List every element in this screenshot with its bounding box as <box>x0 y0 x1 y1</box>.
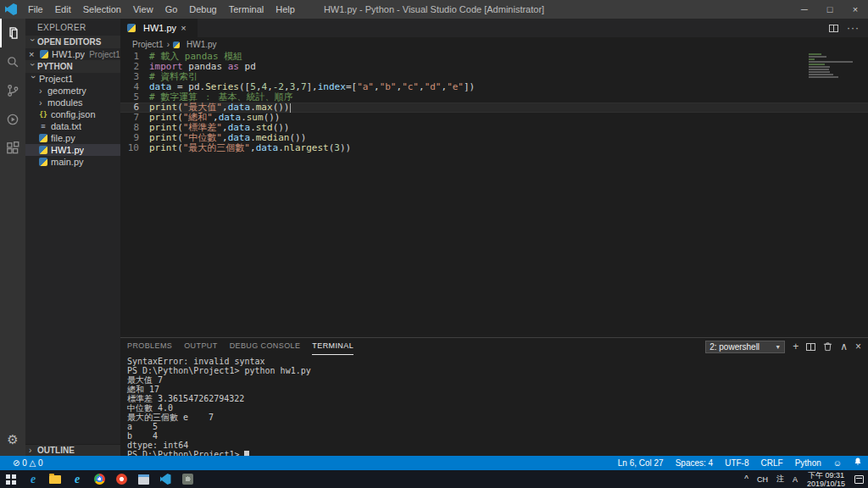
start-button[interactable] <box>0 470 22 488</box>
chevron-down-icon: › <box>28 64 37 72</box>
file-label: file.py <box>51 133 75 143</box>
indentation-setting[interactable]: Spaces: 4 <box>670 456 719 470</box>
source-control-icon[interactable] <box>0 76 25 105</box>
minimap[interactable] <box>809 53 856 79</box>
shell-selector-dropdown[interactable]: 2: powershell ▼ <box>705 341 785 353</box>
close-panel-icon[interactable]: × <box>855 341 861 352</box>
new-terminal-icon[interactable]: + <box>793 341 798 352</box>
search-icon[interactable] <box>0 47 25 76</box>
code-editor[interactable]: 1# 載入 pandas 模組2import pandas as pd3# 資料… <box>120 52 868 337</box>
ie-icon[interactable]: e <box>66 470 88 488</box>
debug-icon[interactable] <box>0 105 25 134</box>
tree-item-hw1-py[interactable]: HW1.py <box>25 144 120 156</box>
kill-terminal-icon[interactable] <box>823 341 832 352</box>
tree-item-file-py[interactable]: file.py <box>25 132 120 144</box>
app-window-glyph <box>138 474 149 485</box>
app-window-icon[interactable] <box>132 470 154 488</box>
workspace-header[interactable]: › PYTHON <box>25 60 120 73</box>
tree-item-main-py[interactable]: main.py <box>25 156 120 168</box>
extensions-icon[interactable] <box>0 134 25 163</box>
tree-item-modules[interactable]: ›modules <box>25 97 120 108</box>
problems-indicator[interactable]: ⊘ 0 △ 0 <box>7 456 49 470</box>
code-line-10[interactable]: 10print("最大的三個數",data.nlargest(3)) <box>120 143 868 153</box>
close-editor-icon[interactable]: × <box>29 49 39 59</box>
red-browser-icon[interactable] <box>110 470 132 488</box>
text-cursor <box>290 103 291 113</box>
menu-file[interactable]: File <box>22 0 49 19</box>
maximize-button[interactable]: □ <box>817 0 843 19</box>
py-file-icon <box>39 158 47 166</box>
file-label: main.py <box>51 157 84 167</box>
minimap-line <box>809 53 821 55</box>
taskbar-clock[interactable]: 下午 09:31 2019/10/15 <box>802 470 850 488</box>
vscode-window: FileEditSelectionViewGoDebugTerminalHelp… <box>0 0 868 488</box>
open-editors-list: ×HW1.pyProject1 <box>25 48 120 60</box>
panel-tab-output[interactable]: OUTPUT <box>184 338 217 355</box>
outline-section-header[interactable]: › OUTLINE <box>25 444 120 456</box>
notifications-bell-icon[interactable] <box>848 456 868 470</box>
chevron-right-icon: › <box>167 40 170 49</box>
split-editor-icon[interactable] <box>829 25 838 32</box>
edge-glyph: e <box>31 473 36 486</box>
tree-item-data-txt[interactable]: ≡data.txt <box>25 120 120 132</box>
panel-tab-terminal[interactable]: TERMINAL <box>312 338 353 355</box>
terminal-output[interactable]: SyntaxError: invalid syntaxPS D:\Python\… <box>120 355 868 456</box>
ime-mode-indicator[interactable]: 注 <box>772 470 788 488</box>
more-actions-icon[interactable]: ··· <box>847 22 860 34</box>
minimap-line <box>809 61 853 63</box>
file-explorer-glyph <box>49 475 61 484</box>
terminal-line: 總和 17 <box>127 385 868 394</box>
tab-close-icon[interactable]: × <box>181 23 191 33</box>
menu-go[interactable]: Go <box>159 0 184 19</box>
settings-gear-icon[interactable]: ⚙ <box>0 427 25 452</box>
explorer-icon[interactable] <box>0 19 25 47</box>
language-mode[interactable]: Python <box>789 456 827 470</box>
tab-hw1py[interactable]: HW1.py × <box>120 19 198 37</box>
python-file-icon <box>127 24 136 32</box>
open-editors-header[interactable]: › OPEN EDITORS <box>25 36 120 48</box>
open-editor-hw1-py[interactable]: ×HW1.pyProject1 <box>25 48 120 60</box>
panel-tab-debug-console[interactable]: DEBUG CONSOLE <box>230 338 301 355</box>
vscode-icon[interactable] <box>154 470 176 488</box>
py-file-icon <box>40 50 48 58</box>
ime-language-indicator[interactable]: CH <box>753 470 772 488</box>
tree-item-config-json[interactable]: {}config.json <box>25 108 120 120</box>
split-terminal-icon[interactable] <box>806 343 815 351</box>
explorer-sidebar: EXPLORER › OPEN EDITORS ×HW1.pyProject1 … <box>25 19 120 456</box>
tree-item-geometry[interactable]: ›geometry <box>25 85 120 97</box>
breadcrumb-folder[interactable]: Project1 <box>132 40 164 49</box>
gray-app-icon[interactable] <box>176 470 198 488</box>
ime-alpha-indicator[interactable]: A <box>788 470 802 488</box>
tree-item-project1[interactable]: ›Project1 <box>25 73 120 85</box>
menu-view[interactable]: View <box>127 0 159 19</box>
terminal-line: SyntaxError: invalid syntax <box>127 357 868 366</box>
chrome-icon[interactable] <box>88 470 110 488</box>
encoding-setting[interactable]: UTF-8 <box>719 456 754 470</box>
breadcrumb-file[interactable]: HW1.py <box>186 40 217 49</box>
windows-taskbar: ee ^ CH 注 A 下午 09:31 2019/10/15 <box>0 470 868 488</box>
chevron-right-icon: › <box>39 86 47 96</box>
menu-selection[interactable]: Selection <box>77 0 127 19</box>
menu-help[interactable]: Help <box>270 0 301 19</box>
maximize-panel-icon[interactable]: ∧ <box>840 341 848 352</box>
sidebar-title: EXPLORER <box>25 19 120 36</box>
edge-icon[interactable]: e <box>22 470 44 488</box>
code-line-2[interactable]: 2import pandas as pd <box>120 62 868 72</box>
feedback-smiley-icon[interactable]: ☺ <box>827 456 848 470</box>
close-button[interactable]: × <box>843 0 868 19</box>
panel-tab-problems[interactable]: PROBLEMS <box>127 338 172 355</box>
chrome-glyph <box>94 474 105 485</box>
menu-edit[interactable]: Edit <box>49 0 77 19</box>
menu-debug[interactable]: Debug <box>183 0 222 19</box>
file-explorer-icon[interactable] <box>44 470 66 488</box>
minimize-button[interactable]: ─ <box>792 0 817 19</box>
txt-file-icon: ≡ <box>39 122 47 130</box>
code-lines: 1# 載入 pandas 模組2import pandas as pd3# 資料… <box>120 52 868 153</box>
cursor-position[interactable]: Ln 6, Col 27 <box>612 456 670 470</box>
menu-terminal[interactable]: Terminal <box>223 0 270 19</box>
eol-setting[interactable]: CRLF <box>755 456 789 470</box>
py-file-icon <box>39 134 47 142</box>
action-center-icon[interactable] <box>850 470 868 488</box>
tray-expand-icon[interactable]: ^ <box>740 470 753 488</box>
terminal-line: dtype: int64 <box>127 441 868 450</box>
